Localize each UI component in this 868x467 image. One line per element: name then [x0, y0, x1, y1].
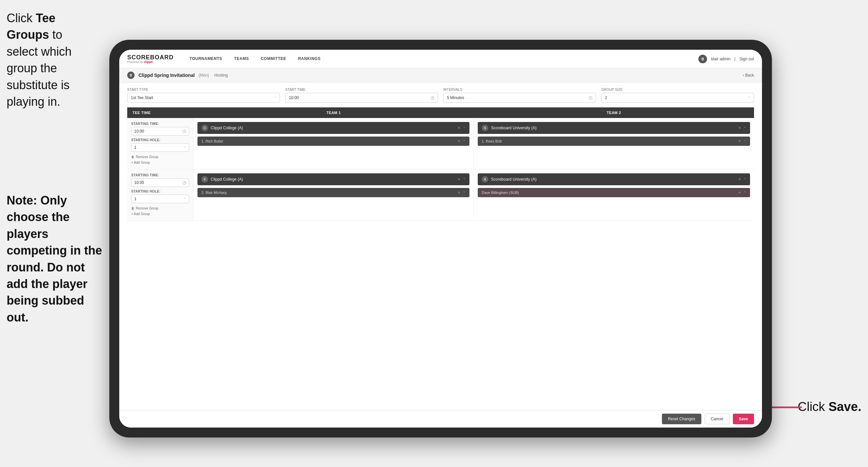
add-group-2-button[interactable]: + Add Group [131, 211, 189, 216]
group-2-team1-cell: C Clippd College (A) × ⌃ 2. Blair McHarg… [193, 169, 474, 221]
group-2-time-value: 10:05 [134, 180, 144, 185]
group-2-player1-chevron: ⌃ [463, 191, 465, 195]
group-size-input[interactable]: 2 ⌃ [601, 93, 754, 103]
group-2-team1-chevron: ⌃ [463, 178, 465, 181]
group-2-hole-label: STARTING HOLE: [131, 189, 189, 193]
intervals-icon: 🕐 [588, 96, 592, 100]
group-1-team1-left: C Clippd College (A) [202, 125, 243, 131]
group-1-player1-card[interactable]: 1. Rich Butler × ⌃ [197, 137, 469, 146]
group-2-team2-left: S Scoreboard University (A) [482, 176, 536, 183]
nav-right: B blair admin | Sign out [699, 55, 754, 63]
brand-clippd: clippd [144, 60, 153, 64]
group-1-time-label: STARTING TIME: [131, 122, 189, 126]
group-size-label: Group Size [601, 88, 754, 91]
group-1-team2-left: S Scoreboard University (A) [482, 125, 536, 131]
group-2-player2-card[interactable]: Dave Billingham (SUB) × ⌃ [478, 188, 750, 197]
add-group-2-label: + Add Group [131, 212, 150, 216]
brand-name: SCOREBOARD [127, 54, 174, 60]
remove-group-2-button[interactable]: 🗑 Remove Group [131, 206, 189, 211]
tablet-frame: SCOREBOARD Powered by clippd TOURNAMENTS… [109, 40, 772, 438]
group-2-team1-card[interactable]: C Clippd College (A) × ⌃ [197, 173, 469, 185]
group-1-player2-name: 1. Rees Britt [482, 139, 502, 143]
col-tee-time: Tee Time [127, 107, 193, 118]
intervals-input[interactable]: 5 Minutes 🕐 [443, 93, 596, 103]
brand: SCOREBOARD Powered by clippd [127, 54, 174, 64]
tee-table-header: Tee Time Team 1 Team 2 [127, 107, 754, 118]
group-2-player2-chevron: ⌃ [743, 191, 746, 195]
group-1-team2-logo: S [482, 125, 488, 131]
user-name: blair admin [711, 57, 731, 61]
group-1-time-icon: 🕐 [182, 129, 186, 133]
group-1-team2-remove[interactable]: × [739, 126, 741, 130]
nav-links: TOURNAMENTS TEAMS COMMITTEE RANKINGS [184, 50, 699, 68]
group-1-team1-name: Clippd College (A) [211, 126, 243, 130]
group-1-player2-remove[interactable]: × [739, 139, 741, 144]
group-2-team2-cell: S Scoreboard University (A) × ⌃ Dave Bil… [474, 169, 754, 221]
add-group-1-button[interactable]: + Add Group [131, 160, 189, 165]
group-1-player2-card[interactable]: 1. Rees Britt × ⌃ [478, 137, 750, 146]
reset-changes-button[interactable]: Reset Changes [662, 414, 701, 424]
group-2-hole-chevron: ⌃ [184, 197, 186, 201]
tablet-screen: SCOREBOARD Powered by clippd TOURNAMENTS… [119, 50, 762, 428]
col-team1: Team 1 [193, 107, 474, 118]
tournament-badge: B [127, 71, 134, 79]
group-1-player1-chevron: ⌃ [463, 140, 465, 143]
group-1-time-value: 10:00 [134, 129, 144, 134]
group-2-player1-remove[interactable]: × [458, 190, 460, 195]
group-2-player1-card[interactable]: 2. Blair McHarg × ⌃ [197, 188, 469, 197]
group-2-player2-remove[interactable]: × [739, 190, 741, 195]
group-2-team1-right: × ⌃ [458, 177, 465, 182]
group-1-player1-remove[interactable]: × [458, 139, 460, 144]
group-2-team2-card[interactable]: S Scoreboard University (A) × ⌃ [478, 173, 750, 185]
group-2-team2-chevron: ⌃ [743, 178, 746, 181]
group-1-player1-name: 1. Rich Butler [202, 139, 223, 143]
tournament-gender: (Men) [199, 73, 209, 78]
trash-icon-2: 🗑 [131, 206, 134, 210]
remove-group-1-button[interactable]: 🗑 Remove Group [131, 154, 189, 159]
back-button[interactable]: ‹ Back [743, 73, 754, 78]
tournament-title: Clippd Spring Invitational [138, 72, 195, 78]
group-2-player2-name: Dave Billingham (SUB) [482, 191, 519, 195]
intervals-value: 5 Minutes [447, 95, 464, 100]
group-1-team1-right: × ⌃ [458, 126, 465, 130]
group-2-time-icon: 🕐 [182, 181, 186, 185]
group-1-hole-label: STARTING HOLE: [131, 138, 189, 142]
group-2-team1-name: Clippd College (A) [211, 177, 243, 182]
start-type-label: Start Type [127, 88, 280, 91]
group-1-team1-card[interactable]: C Clippd College (A) × ⌃ [197, 122, 469, 134]
group-2-time-input[interactable]: 10:05 🕐 [131, 178, 189, 187]
nav-teams[interactable]: TEAMS [228, 50, 255, 68]
group-1-team2-card[interactable]: S Scoreboard University (A) × ⌃ [478, 122, 750, 134]
save-button[interactable]: Save [733, 414, 754, 424]
brand-powered: Powered by clippd [127, 60, 174, 64]
start-time-label: Start Time [285, 88, 438, 91]
remove-group-2-label: Remove Group [136, 206, 158, 210]
add-group-1-label: + Add Group [131, 161, 150, 165]
group-2-team1-remove[interactable]: × [458, 177, 460, 182]
group-2-hole-input[interactable]: 1 ⌃ [131, 195, 189, 203]
remove-group-1-label: Remove Group [136, 155, 158, 159]
group-1-time-input[interactable]: 10:00 🕐 [131, 127, 189, 136]
sign-out-link[interactable]: Sign out [740, 57, 754, 61]
group-row-2: STARTING TIME: 10:05 🕐 STARTING HOLE: 1 … [127, 169, 754, 221]
nav-tournaments[interactable]: TOURNAMENTS [184, 50, 228, 68]
group-2-team2-remove[interactable]: × [739, 177, 741, 182]
group-1-left: STARTING TIME: 10:00 🕐 STARTING HOLE: 1 … [127, 118, 193, 169]
group-1-player2-chevron: ⌃ [743, 140, 746, 143]
cancel-button[interactable]: Cancel [705, 414, 730, 424]
group-1-actions: 🗑 Remove Group + Add Group [131, 154, 189, 165]
group-1-team1-remove[interactable]: × [458, 126, 460, 130]
start-type-chevron: ⌃ [274, 96, 276, 100]
start-type-input[interactable]: 1st Tee Start ⌃ [127, 93, 280, 103]
start-time-input[interactable]: 10:00 🕐 [285, 93, 438, 103]
group-1-team2-chevron: ⌃ [743, 126, 746, 130]
user-avatar: B [699, 55, 707, 63]
group-2-time-label: STARTING TIME: [131, 173, 189, 177]
group-1-hole-input[interactable]: 1 ⌃ [131, 143, 189, 152]
group-2-player1-name: 2. Blair McHarg [202, 191, 227, 195]
group-1-hole-chevron: ⌃ [184, 146, 186, 149]
note-text: Note: Only choose the players competing … [0, 192, 109, 326]
nav-committee[interactable]: COMMITTEE [255, 50, 292, 68]
nav-rankings[interactable]: RANKINGS [292, 50, 327, 68]
click-save-instruction: Click Save. [798, 400, 861, 414]
